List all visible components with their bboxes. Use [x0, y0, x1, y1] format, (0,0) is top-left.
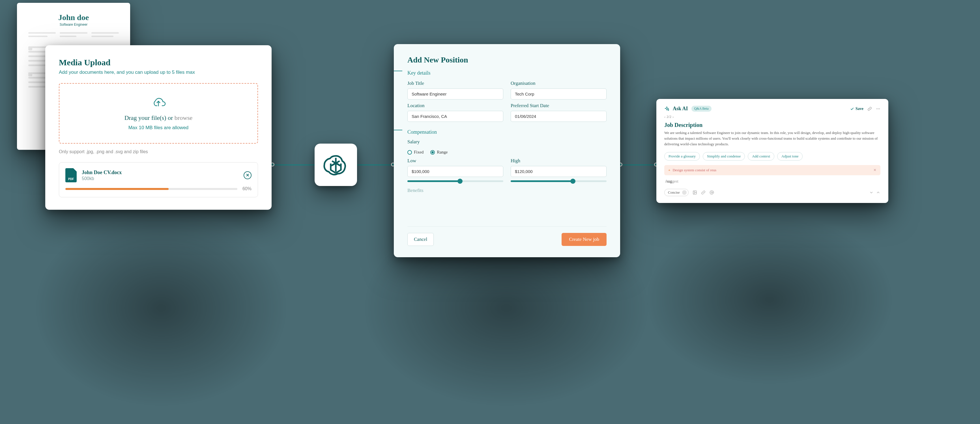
svg-point-0: [877, 108, 877, 109]
chip-row: Provide a glossary Simplify and condense…: [664, 152, 880, 160]
cancel-button[interactable]: Cancel: [407, 233, 434, 246]
jd-title: Job Description: [664, 122, 880, 128]
cloud-upload-icon: [151, 96, 166, 108]
link-icon[interactable]: [867, 106, 872, 111]
job-title-input[interactable]: [407, 89, 503, 100]
pdf-file-icon: PDF: [65, 168, 77, 182]
section-key-details: Key details: [407, 70, 430, 76]
more-icon[interactable]: [876, 106, 880, 111]
dropzone[interactable]: Drag your file(s) or browse Max 10 MB fi…: [59, 83, 258, 144]
browse-link[interactable]: browse: [175, 114, 192, 121]
file-row: PDF John Doe CV.docx 500kb ✕ 60%: [59, 162, 258, 197]
resume-title: Software Engineer: [28, 22, 119, 27]
max-size-text: Max 10 MB files are allowed: [65, 125, 252, 130]
svg-point-1: [878, 108, 879, 109]
svg-point-4: [694, 192, 695, 192]
mention-icon[interactable]: [710, 190, 714, 195]
resume-name: John doe: [28, 13, 119, 22]
pager[interactable]: ‹ 2/2 ›: [664, 114, 880, 119]
save-button[interactable]: Save: [850, 106, 864, 111]
ask-ai-card: Ask AI Q&A Beta Save ‹ 2/2 › Job Descrip…: [656, 99, 888, 203]
media-upload-card: Media Upload Add your documents here, an…: [45, 45, 272, 210]
upload-progress-pct: 60%: [242, 186, 251, 191]
pager-prev-icon[interactable]: ‹: [664, 114, 665, 119]
image-icon[interactable]: [692, 190, 697, 195]
organisation-label: Organisation: [511, 81, 606, 86]
add-position-card: Add New Position Key details Job Title O…: [394, 44, 620, 257]
benefits-label-truncated: Benefits: [407, 188, 606, 193]
sparkle-icon: [664, 106, 669, 111]
concise-toggle[interactable]: Concise: [664, 189, 689, 196]
salary-low-slider[interactable]: [407, 180, 503, 182]
start-date-label: Preferred Start Date: [511, 103, 606, 108]
high-label: High: [511, 158, 606, 164]
position-title: Add New Position: [407, 56, 606, 64]
organisation-input[interactable]: [511, 89, 606, 100]
drop-text: Drag your file(s) or browse: [65, 114, 252, 122]
openai-logo-node: [315, 144, 357, 186]
chip-glossary[interactable]: Provide a glossary: [664, 152, 700, 160]
pager-next-icon[interactable]: ›: [673, 114, 674, 119]
alert-close-icon[interactable]: ✕: [873, 168, 877, 172]
upload-title: Media Upload: [59, 58, 258, 67]
check-icon: [850, 107, 854, 111]
start-date-input[interactable]: [511, 111, 606, 122]
chip-tone[interactable]: Adjust tone: [777, 152, 803, 160]
salary-high-input[interactable]: [511, 166, 606, 177]
low-label: Low: [407, 158, 503, 164]
salary-high-slider[interactable]: [511, 180, 606, 182]
create-job-button[interactable]: Create New job: [562, 233, 606, 246]
job-title-label: Job Title: [407, 81, 503, 86]
salary-low-input[interactable]: [407, 166, 503, 177]
upload-subtitle: Add your documents here, and you can upl…: [59, 70, 258, 75]
salary-range-radio[interactable]: Range: [430, 150, 447, 155]
upload-progress-bar: [65, 188, 237, 190]
file-name: John Doe CV.docx: [82, 170, 239, 176]
chevron-down-icon[interactable]: [869, 190, 873, 195]
suggest-input[interactable]: /suggest: [664, 179, 880, 184]
plus-icon: +: [668, 168, 670, 172]
chip-context[interactable]: Add context: [748, 152, 774, 160]
openai-icon: [323, 152, 348, 178]
file-size: 500kb: [82, 176, 239, 181]
chip-simplify[interactable]: Simplify and condense: [703, 152, 745, 160]
section-compensation: Compensation: [407, 129, 437, 135]
svg-point-5: [711, 192, 713, 193]
alert-banner: + Design system consist of reus ✕: [664, 165, 880, 175]
ask-ai-title: Ask AI: [673, 106, 688, 112]
alert-text: Design system consist of reus: [673, 168, 716, 172]
support-text: Only support .jpg, .png and .svg and zip…: [59, 149, 258, 154]
location-label: Location: [407, 103, 503, 108]
chevron-up-icon[interactable]: [876, 190, 880, 195]
jd-body: We are seeking a talented Software Engin…: [664, 130, 880, 147]
beta-badge: Q&A Beta: [691, 106, 711, 112]
svg-point-2: [879, 108, 880, 109]
remove-file-button[interactable]: ✕: [243, 171, 251, 179]
salary-fixed-radio[interactable]: Fixed: [407, 150, 423, 155]
salary-label: Salary: [407, 139, 606, 145]
attach-icon[interactable]: [701, 190, 706, 195]
location-input[interactable]: [407, 111, 503, 122]
